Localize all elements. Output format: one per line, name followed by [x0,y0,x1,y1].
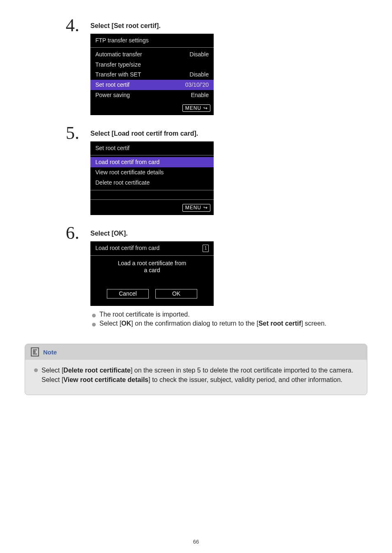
note-body: Select [Delete root certificate] on the … [25,360,367,394]
note-title: Note [43,349,57,356]
bullet: The root certificate is imported. [90,311,367,318]
lcd-title: Set root certif [90,141,214,155]
lcd-ftp-transfer-settings: FTP transfer settings Automatic transfer… [90,34,214,115]
menu-item-power-saving[interactable]: Power saving Enable [90,90,214,100]
menu-label: View root certificate details [95,169,164,176]
note-icon [31,347,39,356]
note-box: Note Select [Delete root certificate] on… [25,344,367,395]
dialog-message: Load a root certificate from a card [90,256,214,289]
step-6: 6. Select [OK]. Load root certif from ca… [25,224,367,329]
card-slot-icon: 1 [203,245,209,252]
return-icon: ↩ [203,205,208,211]
menu-label: Load root certif from card [95,159,159,165]
step-4-title: Select [Set root certif]. [90,22,367,30]
note-item: Select [Delete root certificate] on the … [31,366,361,384]
lcd-load-root-certif: Load root certif from card 1 Load a root… [90,241,214,306]
menu-item-set-root-certif[interactable]: Set root certif 03/10/'20 [90,80,214,90]
step-5-title: Select [Load root certif from card]. [90,130,367,137]
menu-item-view-root-certif-details[interactable]: View root certificate details [90,167,214,178]
menu-value: 03/10/'20 [185,81,209,88]
menu-item-automatic-transfer[interactable]: Automatic transfer Disable [90,49,214,60]
menu-label: Transfer with SET [95,71,141,78]
menu-value: Disable [189,71,209,78]
note-header: Note [25,344,367,360]
menu-back-button[interactable]: MENU↩ [182,204,210,211]
menu-value: Enable [191,92,209,99]
menu-label: Transfer type/size [95,61,141,68]
menu-item-load-root-certif[interactable]: Load root certif from card [90,157,214,167]
cancel-button[interactable]: Cancel [107,289,149,298]
lcd-set-root-certif: Set root certif Load root certif from ca… [90,141,214,215]
divider [90,199,214,200]
lcd-title: FTP transfer settings [90,34,214,47]
menu-value: Disable [189,51,209,58]
step-number: 5. [25,124,90,142]
bullet: Select [OK] on the confirmation dialog t… [90,320,367,327]
step-4: 4. Select [Set root certif]. FTP transfe… [25,16,367,120]
menu-item-transfer-type-size[interactable]: Transfer type/size [90,60,214,70]
lcd-title: Load root certif from card [95,245,159,252]
step-number: 6. [25,224,90,242]
menu-item-delete-root-certif[interactable]: Delete root certificate [90,178,214,188]
menu-label: Power saving [95,92,130,99]
step-6-title: Select [OK]. [90,230,367,237]
menu-label: Set root certif [95,81,129,88]
step-number: 4. [25,16,90,35]
menu-label: Automatic transfer [95,51,142,58]
menu-label: MENU [185,205,201,211]
return-icon: ↩ [203,105,208,111]
menu-label: Delete root certificate [95,179,150,186]
menu-item-transfer-with-set[interactable]: Transfer with SET Disable [90,69,214,80]
menu-label: MENU [185,105,201,111]
step-5: 5. Select [Load root certif from card]. … [25,124,367,220]
menu-back-button[interactable]: MENU↩ [182,104,210,112]
ok-button[interactable]: OK [155,289,197,298]
step-6-notes: The root certificate is imported. Select… [90,311,367,327]
page-number: 66 [0,539,392,545]
